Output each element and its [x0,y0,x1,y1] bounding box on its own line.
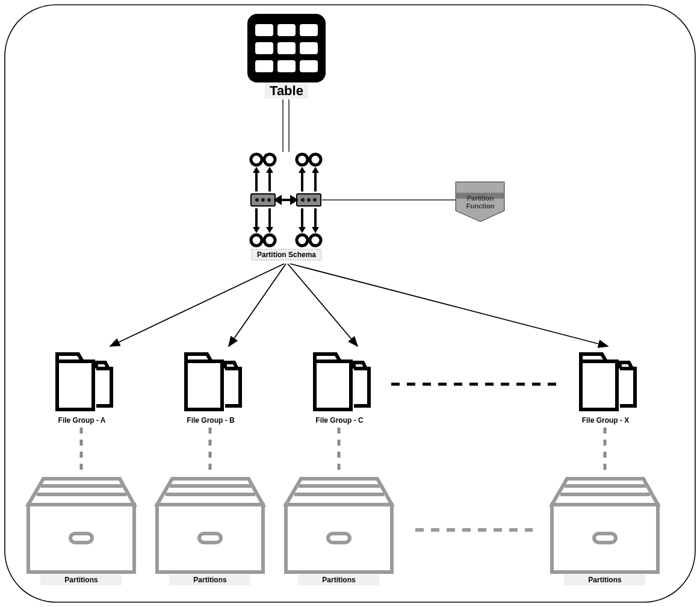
svg-point-27 [310,154,321,165]
svg-point-19 [307,198,311,202]
filegroup-a-label: File Group - A [58,416,106,425]
svg-marker-44 [253,227,260,233]
svg-line-51 [110,264,284,346]
connectors-filegroup-to-partition [81,428,605,476]
svg-rect-5 [277,42,296,54]
partitions-label-c: Partitions [322,576,356,584]
partitions-label-x: Partitions [588,576,622,584]
svg-rect-3 [300,24,318,36]
svg-point-24 [251,154,262,165]
svg-marker-35 [312,167,319,173]
svg-rect-8 [277,60,296,72]
partitions-label-a: Partitions [64,576,98,584]
partition-a-icon: Partitions [28,479,134,585]
svg-point-37 [264,235,275,246]
svg-rect-7 [255,60,273,72]
svg-rect-1 [255,24,273,36]
filegroup-b-icon: File Group - B [186,354,240,425]
diagram-svg: Table [0,0,700,607]
partition-c-icon: Partitions [286,479,392,585]
svg-line-53 [288,264,358,346]
partition-schema-label: Partition Schema [257,251,316,259]
svg-point-18 [301,198,305,202]
svg-point-39 [310,235,321,246]
svg-rect-77 [594,534,616,543]
svg-rect-76 [552,505,658,572]
partition-function-label-line2: Function [466,202,495,210]
filegroup-b-label: File Group - B [187,416,235,425]
partition-function-node: Partition Function [322,182,504,222]
svg-point-38 [297,235,308,246]
filegroup-x-icon: File Group - X [581,354,635,425]
partitions-label-b: Partitions [193,576,227,584]
partitioning-diagram: Table [0,0,700,607]
svg-rect-66 [157,505,263,572]
svg-marker-32 [253,167,260,173]
svg-rect-2 [277,24,296,36]
filegroup-c-icon: File Group - C [315,354,369,425]
filegroup-x-label: File Group - X [582,416,630,425]
filegroup-c-label: File Group - C [315,416,364,425]
svg-marker-47 [312,227,319,233]
svg-point-26 [297,154,308,165]
svg-point-20 [313,198,317,202]
svg-rect-71 [286,505,392,572]
partition-x-icon: Partitions [552,479,658,585]
svg-marker-45 [266,227,273,233]
svg-marker-22 [276,197,280,203]
svg-point-17 [267,198,271,202]
svg-line-54 [290,264,608,346]
svg-rect-62 [70,534,92,543]
svg-point-15 [255,198,259,202]
svg-point-36 [251,235,262,246]
partition-function-label-line1: Partition [467,195,494,202]
svg-rect-72 [328,534,350,543]
connector-table-to-schema [283,99,289,152]
svg-marker-33 [266,167,273,173]
svg-point-25 [264,154,275,165]
partition-schema-icon: Partition Schema [251,154,321,260]
svg-rect-4 [255,42,273,54]
svg-marker-46 [299,227,306,233]
table-icon: Table [247,14,326,99]
svg-rect-61 [28,505,134,572]
svg-rect-9 [300,60,318,72]
diagram-border [5,5,695,602]
svg-rect-67 [199,534,221,543]
svg-marker-34 [299,167,306,173]
svg-point-16 [261,198,265,202]
table-label: Table [270,83,303,98]
filegroup-a-icon: File Group - A [57,354,111,425]
partition-b-icon: Partitions [157,479,263,585]
svg-marker-23 [291,197,296,203]
arrows-schema-to-filegroups [110,264,608,346]
svg-rect-6 [300,42,318,54]
